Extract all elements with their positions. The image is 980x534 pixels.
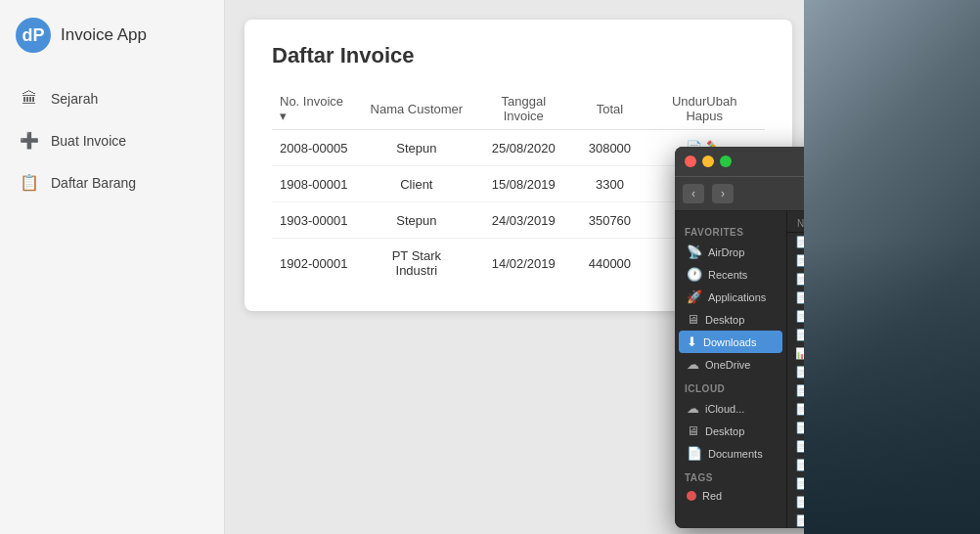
cell-no: 1902-00001 — [272, 239, 362, 289]
sidebar-item-downloads[interactable]: ⬇ Downloads — [679, 331, 782, 353]
red-tag-dot — [687, 491, 696, 501]
red-tag-label: Red — [702, 490, 722, 502]
close-button[interactable] — [685, 156, 696, 167]
cell-tanggal: 14/02/2019 — [471, 239, 575, 289]
cell-total: 308000 — [575, 130, 644, 166]
airdrop-label: AirDrop — [708, 246, 744, 258]
list-item[interactable]: 📄 invoice_2008-000... — [787, 493, 804, 512]
onedrive-icon: ☁ — [687, 357, 699, 372]
icloud-label: iCloud — [675, 376, 786, 397]
favorites-label: Favorites — [675, 219, 786, 241]
sidebar-label-daftar-barang: Daftar Barang — [51, 175, 136, 191]
col-header-tgl: Tanggal Invoice — [471, 88, 575, 130]
back-button[interactable]: ‹ — [683, 184, 704, 203]
desktop-icon: 🖥 — [687, 312, 699, 327]
list-item[interactable]: 📄 560558-18308... — [787, 307, 804, 326]
file-col-header: Name — [787, 215, 804, 233]
documents-icon: 📄 — [687, 446, 702, 461]
file-icon: 📄 — [795, 477, 804, 490]
col-header-no[interactable]: No. Invoice ▾ — [272, 88, 362, 130]
list-item[interactable]: 📊 Lab3_IKresultsB.x... — [787, 344, 804, 363]
sidebar-item-documents[interactable]: 📄 Documents — [679, 442, 782, 465]
file-icon: 📄 — [795, 236, 804, 248]
col-header-actions: UndurUbah Hapus — [644, 88, 765, 130]
cell-no: 2008-00005 — [272, 130, 362, 166]
cell-tanggal: 24/03/2019 — [471, 202, 575, 239]
file-icon: 📄 — [795, 254, 804, 267]
main-content: Daftar Invoice No. Invoice ▾ Nama Custom… — [225, 0, 804, 534]
cell-tanggal: 15/08/2019 — [471, 166, 575, 202]
file-icon: 📄 — [795, 514, 804, 527]
sidebar-item-applications[interactable]: 🚀 Applications — [679, 286, 782, 308]
file-icon: 📄 — [795, 440, 804, 453]
sidebar-label-sejarah: Sejarah — [51, 91, 98, 107]
sidebar-label-buat-invoice: Buat Invoice — [51, 133, 126, 149]
list-item[interactable]: 📄 invoice_1902-000... — [787, 512, 804, 528]
file-icon: 📊 — [795, 347, 804, 360]
finder-toolbar: ‹ › ⊞ ≡ ⊟ ⊠ ⋯ — [675, 176, 804, 211]
sidebar-item-icloud-desktop[interactable]: 🖥 Desktop — [679, 420, 782, 442]
minimize-button[interactable] — [702, 156, 714, 167]
file-icon: 📄 — [795, 459, 804, 471]
file-icon: 📄 — [795, 366, 804, 378]
downloads-label: Downloads — [703, 336, 756, 348]
file-icon: 📄 — [795, 496, 804, 509]
list-item[interactable]: 📄 lab1report.pdf — [787, 419, 804, 437]
building-icon: 🏛 — [20, 90, 39, 108]
applications-label: Applications — [708, 291, 766, 303]
sidebar: dP Invoice App 🏛 Sejarah ➕ Buat Invoice … — [0, 0, 225, 534]
maximize-button[interactable] — [720, 156, 732, 167]
cell-no: 1903-00001 — [272, 202, 362, 239]
file-icon: 📄 — [795, 291, 804, 304]
background-image — [804, 0, 980, 534]
sidebar-item-onedrive[interactable]: ☁ OneDrive — [679, 353, 782, 376]
sidebar-item-recents[interactable]: 🕐 Recents — [679, 263, 782, 286]
list-item[interactable]: 📄 invoice_2008-000... — [787, 233, 804, 251]
cell-customer: Stepun — [362, 130, 472, 166]
list-item[interactable]: 📄 install_flash_playe... — [787, 456, 804, 474]
list-item[interactable]: 📄 560558-18307-... — [787, 326, 804, 344]
sidebar-item-sejarah[interactable]: 🏛 Sejarah — [0, 78, 224, 119]
sidebar-item-icloud-drive[interactable]: ☁ iCloud... — [679, 397, 782, 420]
file-icon: 📄 — [795, 310, 804, 323]
app-name: Invoice App — [61, 25, 147, 45]
list-item[interactable]: 📄 steven.png — [787, 270, 804, 289]
cell-customer: PT Stark Industri — [362, 239, 472, 289]
cell-total: 440000 — [575, 239, 644, 289]
icloud-desktop-label: Desktop — [705, 425, 744, 437]
list-icon: 📋 — [20, 173, 39, 192]
downloads-icon: ⬇ — [687, 334, 697, 349]
sidebar-item-red-tag[interactable]: Red — [679, 486, 782, 506]
icloud-desktop-icon: 🖥 — [687, 423, 699, 438]
icloud-drive-label: iCloud... — [705, 403, 744, 415]
app-logo: dP Invoice App — [0, 0, 224, 70]
list-item[interactable]: 📄 uninstall_flash_pla... — [787, 474, 804, 493]
sidebar-item-desktop[interactable]: 🖥 Desktop — [679, 308, 782, 331]
finder-body: Favorites 📡 AirDrop 🕐 Recents 🚀 Applicat… — [675, 211, 804, 528]
add-icon: ➕ — [20, 131, 39, 150]
onedrive-label: OneDrive — [705, 359, 750, 371]
sidebar-nav: 🏛 Sejarah ➕ Buat Invoice 📋 Daftar Barang — [0, 70, 224, 211]
col-header-total: Total — [575, 88, 644, 130]
sidebar-item-buat-invoice[interactable]: ➕ Buat Invoice — [0, 119, 224, 161]
cell-customer: Client — [362, 166, 472, 202]
cell-total: 3300 — [575, 166, 644, 202]
cell-tanggal: 25/08/2020 — [471, 130, 575, 166]
icloud-icon: ☁ — [687, 401, 699, 416]
list-item[interactable]: 📄 Lab1_HeadB.crg — [787, 400, 804, 419]
invoice-title: Daftar Invoice — [272, 43, 765, 68]
list-item[interactable]: 📄 Quiz1_marked.pdf... — [787, 437, 804, 456]
finder-window: ‹ › ⊞ ≡ ⊟ ⊠ ⋯ Favorites 📡 AirDrop 🕐 Rece… — [675, 147, 804, 528]
recents-icon: 🕐 — [687, 267, 702, 282]
sidebar-item-daftar-barang[interactable]: 📋 Daftar Barang — [0, 161, 224, 203]
sidebar-item-airdrop[interactable]: 📡 AirDrop — [679, 241, 782, 263]
list-item[interactable]: 📄 invoice_2008-000... — [787, 251, 804, 270]
file-icon: 📄 — [795, 422, 804, 434]
list-item[interactable]: 📄 Lab1_PythonB.crg — [787, 381, 804, 400]
list-item[interactable]: 📄 project_section1.p... — [787, 289, 804, 307]
airdrop-icon: 📡 — [687, 245, 702, 259]
logo-icon: dP — [16, 18, 51, 53]
forward-button[interactable]: › — [712, 184, 734, 203]
list-item[interactable]: 📄 Lab1_ArmsB.crg — [787, 363, 804, 381]
documents-label: Documents — [708, 448, 763, 460]
